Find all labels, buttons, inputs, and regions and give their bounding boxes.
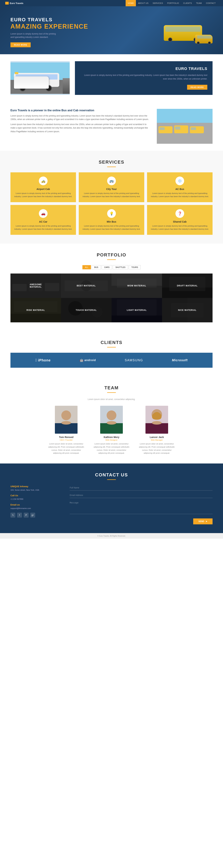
contact-name-input[interactable]	[70, 485, 213, 491]
svg-rect-43	[55, 423, 77, 434]
service-desc-4: Lorem ipsum is simply dummy text of the …	[82, 224, 141, 230]
pinterest-icon[interactable]: P	[24, 513, 29, 518]
company-address: 104, Some street, New York, USA	[10, 489, 59, 492]
footer-bar: © Euro Travels. All Rights Reserved.	[0, 533, 223, 539]
twitter-icon[interactable]: 𝕏	[10, 513, 15, 518]
services-divider	[107, 166, 116, 167]
svg-point-48	[107, 421, 116, 425]
portfolio-item-1[interactable]: AWESOMEMATERIAL	[10, 274, 61, 298]
service-name-4: Min Bus	[82, 220, 141, 223]
svg-point-46	[107, 410, 116, 420]
service-card-city-tour: 🚌 City Tour Lorem ipsum is simply dummy …	[79, 172, 144, 202]
nav-portfolio[interactable]: Portfolio	[165, 0, 181, 6]
portfolio-item-8[interactable]: NICE MATERIAL	[162, 298, 213, 322]
about-details-image	[157, 109, 213, 144]
team-role-0: CEO / Founder	[47, 439, 85, 441]
service-card-shared-cab: ❓ Shared Cab Lorem ipsum is simply dummy…	[147, 205, 213, 235]
portfolio-overlay-8: NICE MATERIAL	[162, 298, 213, 322]
portfolio-item-3[interactable]: WOW MATERIAL	[112, 274, 162, 298]
form-row-name	[70, 485, 213, 491]
about-title: EURO TRAVELS	[80, 66, 207, 71]
company-phone: +1 234 567890	[10, 497, 59, 501]
contact-divider	[107, 479, 116, 480]
portfolio-item-4[interactable]: DRAFT MATERIAL	[162, 274, 213, 298]
about-details-text: Euro Travels is a pioneer in the online …	[10, 109, 150, 144]
portfolio-label-8: NICE MATERIAL	[178, 309, 196, 311]
portfolio-label-6: TOUCH MATERIAL	[76, 309, 97, 311]
brand: Euro Travels	[5, 2, 23, 4]
service-name-3: AC Car	[14, 220, 72, 223]
bus-wheel-1	[168, 37, 172, 42]
portfolio-item-7[interactable]: LIGHT MATERIAL	[112, 298, 162, 322]
svg-rect-51	[146, 423, 168, 434]
clients-bar:  iPhone 🤖 android SAMSUNG Microsoft	[10, 353, 213, 368]
filter-shuttles[interactable]: SHUTTLES	[113, 265, 128, 269]
filter-all[interactable]: ALL	[82, 265, 91, 269]
send-button[interactable]: SEND ➤	[193, 519, 213, 524]
hero-subtitle: EURO TRAVELS	[10, 17, 112, 23]
filter-cars[interactable]: CARS	[102, 265, 112, 269]
svg-rect-12	[159, 127, 164, 130]
team-name-1: Kathren Mory	[92, 436, 131, 438]
team-card-tom: Tom Rensed CEO / Founder Lorem ipsum dol…	[47, 406, 85, 455]
portfolio-overlay-5: RISK MATERIAL	[10, 298, 61, 322]
facebook-icon[interactable]: f	[17, 513, 22, 518]
about-cta-button[interactable]: READ MORE	[187, 85, 207, 90]
portfolio-label-7: LIGHT MATERIAL	[127, 309, 147, 311]
nav-contact[interactable]: Contact	[204, 0, 218, 6]
filter-tours[interactable]: TOURS	[129, 265, 141, 269]
hero-cta-button[interactable]: READ MORE	[10, 42, 31, 47]
portfolio-item-2[interactable]: BEST MATERIAL	[61, 274, 112, 298]
logo-icon	[5, 2, 9, 4]
googleplus-icon[interactable]: g+	[30, 513, 35, 518]
company-name: UNIQUE Infoway	[10, 485, 59, 488]
portfolio-item-5[interactable]: RISK MATERIAL	[10, 298, 61, 322]
client-samsung-label: SAMSUNG	[125, 359, 143, 362]
portfolio-item-6[interactable]: TOUCH MATERIAL	[61, 298, 112, 322]
about-details-heading: Euro Travels is a pioneer in the online …	[10, 109, 150, 112]
svg-point-5	[46, 86, 51, 91]
contact-form: SEND ➤	[70, 485, 213, 524]
nav-services[interactable]: Services	[151, 0, 165, 6]
ac-car-icon: 🚗	[39, 209, 47, 218]
team-avatar-tom	[55, 406, 77, 434]
service-name-2: AC Bus	[151, 188, 209, 190]
android-robot-icon: 🤖	[80, 358, 83, 362]
team-desc-1: Lorem ipsum dolor sit amet, consectetur …	[92, 442, 131, 455]
team-name-2: Lancer Jack	[138, 436, 176, 438]
client-apple:  iPhone	[35, 358, 51, 363]
portfolio-overlay-2: BEST MATERIAL	[61, 274, 112, 298]
service-desc-0: Lorem ipsum is simply dummy text of the …	[14, 192, 72, 198]
portfolio-overlay-1: AWESOMEMATERIAL	[10, 274, 61, 298]
car-wheel-2	[208, 41, 211, 44]
company-email: support@firmname.com	[10, 507, 59, 510]
send-label: SEND	[198, 520, 204, 523]
nav-clients[interactable]: Clients	[181, 0, 194, 6]
nav-about[interactable]: About Us	[136, 0, 151, 6]
service-desc-3: Lorem ipsum is simply dummy text of the …	[14, 224, 72, 230]
apple-icon: 	[35, 358, 37, 363]
service-name-1: City Tour	[82, 188, 141, 190]
shared-cab-icon: ❓	[176, 209, 184, 218]
form-row-email	[70, 493, 213, 498]
contact-email-input[interactable]	[70, 493, 213, 498]
portfolio-label-2: BEST MATERIAL	[77, 284, 96, 287]
car-shape	[195, 35, 213, 43]
hero-section: EURO TRAVELS AMAZING EXPERIENCE Lorem ip…	[0, 6, 223, 54]
nav-team[interactable]: Team	[194, 0, 204, 6]
contact-section: CONTACT US UNIQUE Infoway 104, Some stre…	[0, 463, 223, 533]
client-samsung: SAMSUNG	[125, 359, 143, 362]
portfolio-divider	[107, 259, 116, 260]
service-desc-2: Lorem ipsum is simply dummy text of the …	[151, 192, 209, 198]
nav-home[interactable]: Home	[125, 0, 136, 6]
portfolio-overlay-3: WOW MATERIAL	[112, 274, 162, 298]
svg-rect-7	[157, 109, 213, 123]
service-name-0: Airport Cab	[14, 188, 72, 190]
clients-section: CLIENTS  iPhone 🤖 android SAMSUNG Micro…	[0, 331, 223, 376]
svg-rect-6	[15, 72, 18, 74]
filter-bus[interactable]: BUS	[91, 265, 101, 269]
team-divider	[107, 392, 116, 393]
contact-message-textarea[interactable]	[70, 500, 213, 514]
call-label: Call Us	[10, 494, 59, 497]
avatar-lancer-svg	[146, 406, 168, 434]
